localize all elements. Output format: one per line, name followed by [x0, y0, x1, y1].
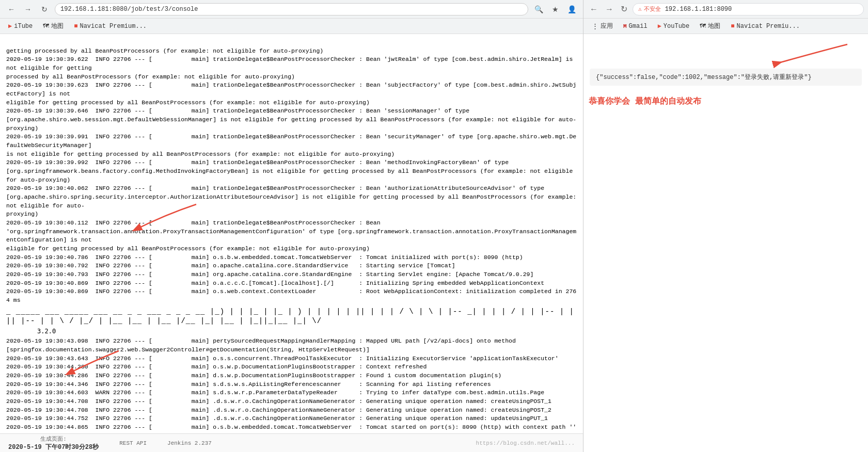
insecure-lock-icon: ⚠: [638, 6, 642, 12]
jenkins-version-label: Jenkins 2.237: [167, 440, 212, 446]
forward-button[interactable]: →: [22, 3, 34, 15]
right-bookmark-navicat[interactable]: ■ Navicat Premiu...: [727, 22, 804, 31]
json-response-text: {"success":false,"code":1002,"message":"…: [590, 69, 862, 86]
right-content-area: {"success":false,"code":1002,"message":"…: [583, 34, 868, 452]
apps-grid-icon: ⋮: [592, 22, 598, 30]
right-red-arrow: [754, 39, 858, 70]
navicat-icon: ■: [74, 23, 77, 30]
url-bar[interactable]: 192.168.1.181:8080/job/test/3/console: [55, 3, 528, 15]
bookmarks-bar: ▶ iTube 🗺 地图 ■ Navicat Premium...: [0, 19, 583, 34]
console-output-area: getting processed by all BeanPostProcess…: [0, 34, 583, 433]
status-bar: 生成页面: 2020-5-19 下午07时30分28秒 REST API Jen…: [0, 433, 583, 452]
annotation-text: 恭喜你学会 最简单的自动发布: [589, 96, 701, 107]
page-gen-value: 2020-5-19 下午07时30分28秒: [8, 443, 99, 451]
browser-address-bar: ← → ↻ 192.168.1.181:8080/job/test/3/cons…: [0, 0, 583, 19]
console-text-2: 2020-05-19 19:30:43.098 INFO 22706 --- […: [6, 337, 577, 433]
right-bookmarks-bar: ⋮ 应用 M Gmail ▶ YouTube 🗺 地图 ■ Navicat Pr…: [583, 19, 868, 34]
bookmark-itube[interactable]: ▶ iTube: [4, 21, 37, 31]
bookmark-itube-label: iTube: [14, 23, 33, 30]
right-bookmark-apps[interactable]: ⋮ 应用: [588, 21, 617, 31]
right-bookmark-youtube-label: YouTube: [664, 23, 689, 30]
rest-api-label: REST API: [119, 440, 147, 446]
profile-button[interactable]: 👤: [565, 3, 578, 15]
right-bookmark-navicat-label: Navicat Premiu...: [736, 23, 799, 30]
rest-api-status[interactable]: REST API: [119, 440, 147, 446]
right-bookmark-map[interactable]: 🗺 地图: [696, 21, 724, 31]
gmail-icon: M: [623, 23, 627, 29]
back-button[interactable]: ←: [5, 3, 18, 15]
ascii-art-banner: _ _____ ___ _____ ___ __ _ _ ___ _ _ _ _…: [6, 307, 577, 326]
right-back-button[interactable]: ←: [588, 4, 600, 15]
console-text: getting processed by all BeanPostProcess…: [6, 38, 577, 305]
right-url-bar[interactable]: ⚠ 不安全 192.168.1.181:8090: [633, 3, 864, 15]
right-navicat-icon: ■: [731, 23, 734, 30]
map-icon: 🗺: [43, 22, 49, 30]
right-bookmark-map-label: 地图: [708, 22, 720, 30]
bookmark-map[interactable]: 🗺 地图: [39, 21, 68, 31]
left-browser-panel: ← → ↻ 192.168.1.181:8080/job/test/3/cons…: [0, 0, 583, 452]
right-bookmark-apps-label: 应用: [601, 22, 613, 30]
bookmark-navicat[interactable]: ■ Navicat Premium...: [70, 22, 151, 31]
right-bookmark-youtube[interactable]: ▶ YouTube: [654, 21, 694, 31]
right-browser-panel: ← → ↻ ⚠ 不安全 192.168.1.181:8090 ⋮ 应用 M Gm…: [583, 0, 868, 452]
right-refresh-button[interactable]: ↻: [619, 3, 629, 15]
bottom-url-hint: https://blog.csdn.net/wall...: [476, 440, 575, 446]
right-browser-bar: ← → ↻ ⚠ 不安全 192.168.1.181:8090: [583, 0, 868, 19]
right-map-icon: 🗺: [700, 22, 706, 30]
right-bookmark-gmail[interactable]: M Gmail: [619, 22, 652, 31]
page-gen-label: 生成页面:: [40, 435, 67, 443]
page-gen-status: 生成页面: 2020-5-19 下午07时30分28秒: [8, 435, 99, 451]
insecure-label: 不安全: [644, 5, 661, 13]
right-bookmark-gmail-label: Gmail: [629, 23, 648, 30]
itube-icon: ▶: [8, 22, 12, 30]
right-url-text: 192.168.1.181:8090: [665, 6, 732, 13]
bookmark-map-label: 地图: [51, 22, 64, 30]
bookmark-button[interactable]: ★: [549, 3, 561, 15]
version-text: 3.2.0: [37, 328, 577, 335]
url-text: 192.168.1.181:8080/job/test/3/console: [60, 6, 198, 13]
youtube-icon: ▶: [658, 22, 661, 30]
search-button[interactable]: 🔍: [532, 3, 545, 15]
jenkins-version-status: Jenkins 2.237: [167, 440, 212, 446]
bookmark-navicat-label: Navicat Premium...: [80, 23, 147, 30]
right-forward-button[interactable]: →: [603, 4, 616, 15]
refresh-button[interactable]: ↻: [38, 3, 51, 15]
